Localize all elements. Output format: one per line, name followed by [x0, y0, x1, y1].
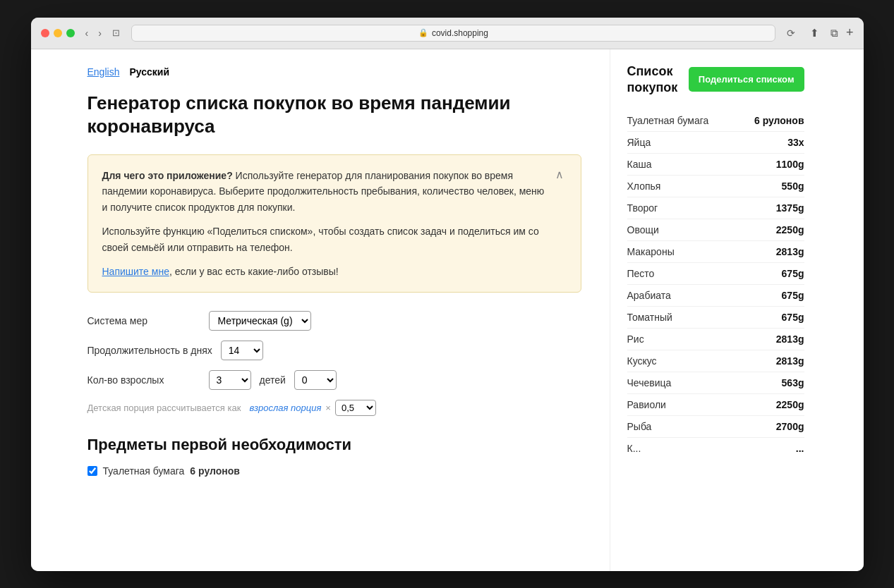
- collapse-button[interactable]: ∧: [552, 168, 567, 181]
- item-qty: 33x: [787, 137, 804, 148]
- toilet-paper-qty: 6 рулонов: [190, 465, 240, 477]
- duration-row: Продолжительность в днях 14 7 21: [87, 341, 581, 360]
- item-name: Каша: [627, 159, 652, 170]
- list-item: Хлопья 550g: [627, 176, 804, 197]
- people-row: Кол-во взрослых 3 1 2 4 детей 0 1 2: [87, 370, 581, 390]
- address-bar[interactable]: 🔒 covid.shopping: [131, 25, 775, 42]
- item-name: Яйца: [627, 137, 651, 148]
- info-text-1: Для чего это приложение? Используйте ген…: [102, 168, 552, 215]
- toilet-paper-name: Туалетная бумага: [103, 465, 185, 477]
- duration-label: Продолжительность в днях: [87, 345, 212, 356]
- lock-icon: 🔒: [418, 28, 428, 37]
- form-section: Система мер Метрическая (g) Имперская (o…: [87, 311, 581, 416]
- item-qty: 675g: [782, 268, 804, 279]
- item-name: Рис: [627, 333, 644, 345]
- new-tab-button[interactable]: +: [846, 25, 854, 41]
- toilet-paper-checkbox[interactable]: [87, 466, 97, 476]
- feedback-link[interactable]: Напишите мне: [102, 266, 169, 277]
- item-qty: 2813g: [776, 246, 804, 257]
- lang-english[interactable]: English: [87, 66, 120, 78]
- list-item: Овощи 2250g: [627, 219, 804, 241]
- list-item: Равиоли 2250g: [627, 394, 804, 416]
- list-item: Яйца 33x: [627, 132, 804, 154]
- item-qty: 2700g: [776, 421, 804, 432]
- tab-button[interactable]: ⊡: [108, 26, 124, 40]
- child-note-mult: ×: [325, 403, 331, 413]
- item-name: Томатный: [627, 312, 672, 323]
- duration-select[interactable]: 14 7 21: [221, 341, 263, 360]
- list-item: Творог 1375g: [627, 197, 804, 219]
- language-nav: English Русский: [87, 66, 581, 78]
- measure-label: Система мер: [87, 315, 200, 326]
- item-qty: 2250g: [776, 399, 804, 410]
- item-name: Хлопья: [627, 180, 661, 192]
- list-item: Рис 2813g: [627, 329, 804, 350]
- item-name-truncated: К...: [627, 443, 641, 454]
- item-qty: 675g: [782, 312, 804, 323]
- item-name: Песто: [627, 268, 655, 279]
- page-content: English Русский Генератор списка покупок…: [31, 49, 864, 571]
- list-item: Томатный 675g: [627, 307, 804, 329]
- list-item: Туалетная бумага 6 рулонов: [627, 110, 804, 132]
- item-name: Туалетная бумага: [627, 115, 709, 126]
- close-button[interactable]: [41, 29, 49, 37]
- adults-select[interactable]: 3 1 2 4: [209, 370, 251, 390]
- info-box-content: Для чего это приложение? Используйте ген…: [102, 168, 552, 279]
- item-name: Макароны: [627, 246, 675, 257]
- item-qty: 6 рулонов: [754, 115, 804, 126]
- item-qty: 550g: [782, 180, 804, 192]
- share-list-button[interactable]: Поделиться списком: [689, 67, 804, 92]
- list-item: Макароны 2813g: [627, 241, 804, 263]
- info-box: Для чего это приложение? Используйте ген…: [87, 154, 581, 293]
- traffic-lights: [41, 29, 75, 37]
- item-name: Чечевица: [627, 377, 672, 388]
- item-qty: 675g: [782, 290, 804, 301]
- info-box-header: Для чего это приложение? Используйте ген…: [102, 168, 567, 279]
- child-note-text: Детская порция рассчитывается как: [87, 403, 241, 413]
- item-qty: 563g: [782, 377, 804, 388]
- children-select[interactable]: 0 1 2: [294, 370, 337, 390]
- main-area: English Русский Генератор списка покупок…: [31, 49, 610, 571]
- toolbar-right: ⬆ ⧉ +: [807, 25, 854, 41]
- item-name: Творог: [627, 202, 658, 214]
- reload-button[interactable]: ⟳: [783, 26, 799, 40]
- list-item: К... ...: [627, 438, 804, 459]
- item-qty: 2813g: [776, 333, 804, 345]
- item-qty-truncated: ...: [796, 443, 804, 454]
- shopping-list: Туалетная бумага 6 рулонов Яйца 33x Каша…: [627, 110, 804, 459]
- child-note: Детская порция рассчитывается как взросл…: [87, 400, 581, 416]
- essentials-title: Предметы первой необходимости: [87, 436, 581, 454]
- info-text-2: Используйте функцию «Поделиться списком»…: [102, 223, 552, 255]
- sidebar-title: Список покупок: [627, 63, 689, 97]
- nav-buttons: ‹ › ⊡: [82, 26, 124, 40]
- duplicate-button[interactable]: ⧉: [827, 25, 842, 41]
- list-item: Рыба 2700g: [627, 416, 804, 438]
- info-feedback: Напишите мне, если у вас есть какие-либо…: [102, 264, 552, 279]
- measure-select[interactable]: Метрическая (g) Имперская (oz): [209, 311, 311, 331]
- item-name: Рыба: [627, 421, 652, 432]
- child-ratio-select[interactable]: 0,5 0,25 0,75: [335, 400, 376, 416]
- children-label: детей: [260, 374, 286, 386]
- share-button[interactable]: ⬆: [807, 25, 823, 41]
- item-name: Равиоли: [627, 399, 666, 410]
- sidebar-header: Список покупок Поделиться списком: [627, 63, 804, 97]
- browser-window: ‹ › ⊡ 🔒 covid.shopping ⟳ ⬆ ⧉ + English Р…: [31, 18, 864, 571]
- fullscreen-button[interactable]: [66, 29, 75, 37]
- sidebar: Список покупок Поделиться списком Туалет…: [610, 49, 821, 571]
- toilet-paper-row: Туалетная бумага 6 рулонов: [87, 465, 581, 477]
- list-item: Каша 1100g: [627, 154, 804, 176]
- item-qty: 2250g: [776, 224, 804, 235]
- item-name: Овощи: [627, 224, 659, 235]
- forward-button[interactable]: ›: [95, 26, 105, 40]
- browser-chrome: ‹ › ⊡ 🔒 covid.shopping ⟳ ⬆ ⧉ +: [31, 18, 864, 49]
- item-qty: 1100g: [776, 159, 804, 170]
- item-name: Арабиата: [627, 290, 671, 301]
- list-item: Арабиата 675g: [627, 285, 804, 307]
- item-qty: 2813g: [776, 355, 804, 367]
- list-item: Песто 675g: [627, 263, 804, 285]
- url-text: covid.shopping: [432, 28, 488, 38]
- child-note-em: взрослая порция: [249, 403, 321, 413]
- back-button[interactable]: ‹: [82, 26, 92, 40]
- minimize-button[interactable]: [54, 29, 62, 37]
- item-name: Кускус: [627, 355, 657, 367]
